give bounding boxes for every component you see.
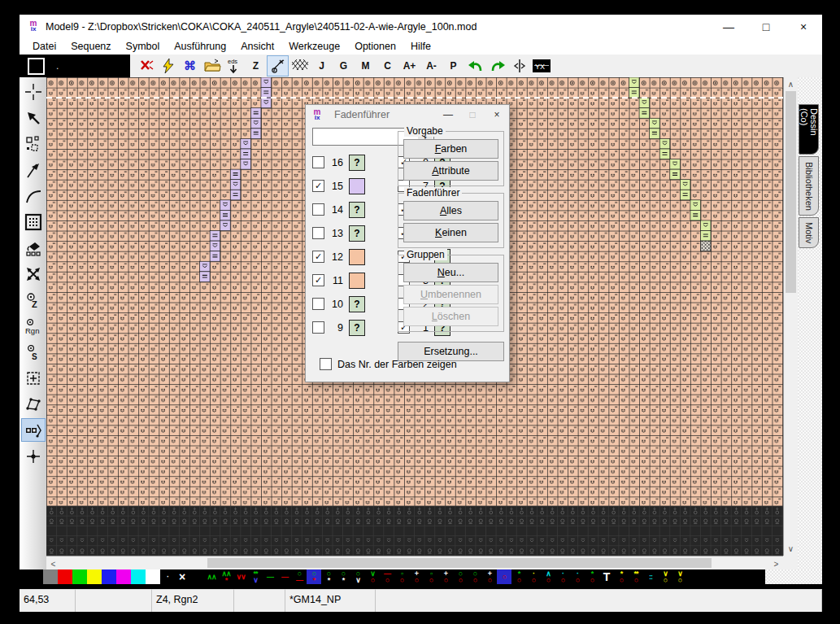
keinen-button[interactable]: Keinen xyxy=(403,223,498,242)
sym-dot-ring-cyan2[interactable]: ·○ xyxy=(570,569,585,584)
carrier-10-color-swatch[interactable]: ? xyxy=(349,296,365,312)
yx-pattern-icon[interactable]: YX xyxy=(530,55,552,76)
select-arrow-tool[interactable] xyxy=(21,106,46,129)
show-color-numbers-row[interactable]: Das Nr. der Farben zeigen xyxy=(320,358,457,370)
dialog-close-button[interactable]: × xyxy=(485,105,509,124)
sym-chevron-ring[interactable]: ∨○ xyxy=(365,569,380,584)
paint-fill-tool[interactable] xyxy=(21,236,46,260)
letter-m-button[interactable]: M xyxy=(355,55,376,76)
menu-datei[interactable]: Datei xyxy=(25,39,63,54)
grid-fill-tool[interactable] xyxy=(21,210,46,233)
curve-tool[interactable] xyxy=(21,184,46,207)
sym-ring-selected[interactable]: ○ xyxy=(497,569,511,584)
sym-ring-star-blue[interactable]: ○* xyxy=(307,569,321,584)
horizontal-scroll-thumb[interactable] xyxy=(207,558,712,568)
color-yellow[interactable] xyxy=(87,569,102,584)
sym-ring-chevron[interactable]: ○∨ xyxy=(350,569,365,584)
sym-star-chevron[interactable]: **∨ xyxy=(248,569,263,584)
sym-box-ring2[interactable]: ▫○ xyxy=(424,569,438,584)
sym-zigzag-red[interactable]: ∨∨ xyxy=(233,569,248,584)
menu-ausfhrung[interactable]: Ausführung xyxy=(167,39,233,54)
maximize-button[interactable]: □ xyxy=(747,15,785,38)
add-box-tool[interactable] xyxy=(21,366,46,390)
letter-c-button[interactable]: C xyxy=(376,55,398,76)
scroll-up-arrow[interactable]: ∧ xyxy=(784,77,798,91)
sym-chevron-ring-yellow1[interactable]: ∨○ xyxy=(658,569,672,584)
a-plus-button[interactable]: A+ xyxy=(398,55,420,76)
letter-p-button[interactable]: P xyxy=(442,55,464,76)
menu-optionen[interactable]: Optionen xyxy=(347,39,403,54)
region-tool[interactable]: Rgn xyxy=(21,314,46,338)
carrier-13-color-swatch[interactable]: ? xyxy=(349,225,365,242)
attribute-button[interactable]: Attribute xyxy=(403,161,498,181)
carrier-9-checkbox[interactable] xyxy=(312,321,324,334)
sym-box-ring1[interactable]: ▫○ xyxy=(394,569,409,584)
color-green[interactable] xyxy=(72,569,87,584)
farben-button[interactable]: Farben xyxy=(403,139,498,159)
delete-icon[interactable] xyxy=(135,55,157,76)
letter-j-button[interactable]: J xyxy=(311,55,333,76)
carrier-13-checkbox[interactable] xyxy=(312,227,324,239)
sym-ring-ring1[interactable]: ○○ xyxy=(453,569,468,584)
color-gray[interactable] xyxy=(43,569,58,584)
sym-line-red[interactable]: — xyxy=(277,569,292,584)
carrier-16-color-swatch[interactable]: ? xyxy=(349,155,365,171)
scroll-right-arrow[interactable]: > xyxy=(769,557,783,571)
a-minus-button[interactable]: A- xyxy=(420,55,442,76)
polygon-tool[interactable] xyxy=(21,392,46,416)
crosshair-tool[interactable] xyxy=(21,80,46,103)
carrier-14-color-swatch[interactable]: ? xyxy=(349,202,365,218)
sym-plus-ring2[interactable]: +○ xyxy=(438,569,453,584)
scroll-left-arrow[interactable]: < xyxy=(46,557,60,571)
sym-t[interactable]: T xyxy=(599,569,614,584)
tab-dessinco[interactable]: Dessin (Co) xyxy=(799,104,819,155)
sym-roof-ring-cyan[interactable]: ∧○ xyxy=(541,569,555,584)
menu-werkzeuge[interactable]: Werkzeuge xyxy=(281,39,347,54)
close-button[interactable]: × xyxy=(785,15,822,38)
flag-tool[interactable] xyxy=(21,158,46,181)
current-color-swatch[interactable] xyxy=(28,58,45,75)
eds-export-icon[interactable]: eds xyxy=(223,55,245,76)
carrier-16-checkbox[interactable] xyxy=(312,156,324,168)
sym-ring-line[interactable]: ○— xyxy=(292,569,307,584)
command-icon[interactable]: ⌘ xyxy=(179,55,201,76)
point-tool[interactable] xyxy=(21,444,46,468)
color-cyan[interactable] xyxy=(131,569,146,584)
tab-bibliotheken[interactable]: Bibliotheken xyxy=(799,156,819,216)
sym-dot-ring-cyan1[interactable]: ·○ xyxy=(555,569,570,584)
carrier-12-color-swatch[interactable] xyxy=(349,249,365,265)
undo-icon[interactable] xyxy=(464,55,486,76)
show-color-numbers-checkbox[interactable] xyxy=(320,358,332,370)
sym-blank2[interactable] xyxy=(687,569,702,584)
sym-star-ring-yellow2[interactable]: **○ xyxy=(629,569,643,584)
sym-zigzag-green[interactable]: ∧∧ xyxy=(204,569,219,584)
s-tool[interactable]: S xyxy=(21,340,46,364)
horizontal-scrollbar[interactable]: < > xyxy=(46,556,783,569)
menu-sequenz[interactable]: Sequenz xyxy=(63,39,118,54)
sym-star-ring-green[interactable]: *○ xyxy=(511,569,526,584)
carrier-15-checkbox[interactable]: ✓ xyxy=(312,180,324,192)
sym-line-green[interactable]: — xyxy=(263,569,277,584)
letter-z-button[interactable]: Z xyxy=(245,55,267,76)
sym-x[interactable]: × xyxy=(175,569,189,584)
expand-tool[interactable] xyxy=(21,262,46,286)
sym-blank[interactable] xyxy=(189,569,204,584)
tab-motiv[interactable]: Motiv xyxy=(799,217,819,248)
carrier-12-checkbox[interactable]: ✓ xyxy=(312,251,324,263)
carrier-tool[interactable] xyxy=(21,418,46,442)
sym-dot[interactable]: · xyxy=(160,569,175,584)
sym-flower-ring[interactable]: *○ xyxy=(585,569,599,584)
marquee-tool[interactable] xyxy=(21,132,46,155)
redo-icon[interactable] xyxy=(486,55,508,76)
menu-ansicht[interactable]: Ansicht xyxy=(233,39,281,54)
carrier-9-color-swatch[interactable]: ? xyxy=(349,320,365,336)
sym-ring-flower1[interactable]: ○* xyxy=(321,569,336,584)
carrier-11-color-swatch[interactable] xyxy=(349,273,365,289)
sym-plus-ring1[interactable]: +○ xyxy=(409,569,424,584)
yarn-carrier-tool-icon[interactable] xyxy=(267,55,289,76)
hatch-pattern-icon[interactable] xyxy=(289,55,311,76)
sym-ring-ring2[interactable]: ○○ xyxy=(468,569,482,584)
letter-g-button[interactable]: G xyxy=(333,55,355,76)
menu-hilfe[interactable]: Hilfe xyxy=(403,39,438,54)
sym-dash-ring[interactable]: —○ xyxy=(380,569,394,584)
